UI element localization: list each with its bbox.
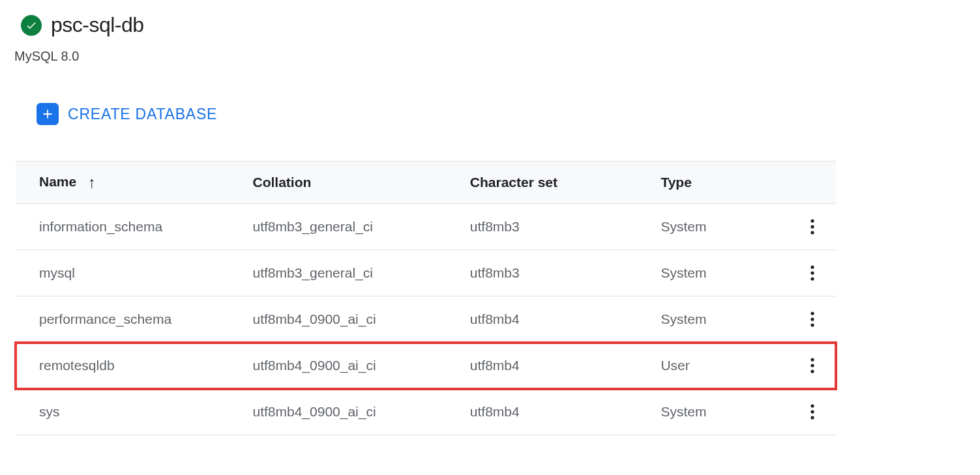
cell-charset: utf8mb4 <box>458 343 649 389</box>
svg-point-5 <box>810 277 814 280</box>
table-row: information_schemautf8mb3_general_ciutf8… <box>16 204 836 250</box>
cell-actions <box>790 389 836 435</box>
cell-charset: utf8mb3 <box>458 204 649 250</box>
cell-actions <box>790 296 836 343</box>
column-header-name[interactable]: Name ↑ <box>16 162 241 204</box>
svg-point-13 <box>810 410 814 413</box>
svg-point-11 <box>810 369 814 373</box>
more-actions-button[interactable] <box>801 401 824 423</box>
cell-charset: utf8mb4 <box>458 389 649 435</box>
column-header-collation[interactable]: Collation <box>241 162 458 204</box>
cell-collation: utf8mb4_0900_ai_ci <box>241 343 458 389</box>
instance-version: MySQL 8.0 <box>14 49 967 64</box>
table-row: sysutf8mb4_0900_ai_ciutf8mb4System <box>16 389 836 435</box>
more-vert-icon <box>810 265 814 281</box>
cell-actions <box>790 204 836 250</box>
cell-type: System <box>649 250 789 296</box>
svg-point-7 <box>810 317 814 321</box>
cell-charset: utf8mb3 <box>458 250 649 296</box>
svg-point-6 <box>810 311 814 315</box>
more-actions-button[interactable] <box>801 262 824 284</box>
more-actions-button[interactable] <box>801 354 824 377</box>
databases-table-container: Name ↑ Collation Character set Type info… <box>16 161 836 435</box>
cell-name: performance_schema <box>16 296 241 343</box>
instance-title: psc-sql-db <box>51 13 144 37</box>
svg-point-8 <box>810 323 814 326</box>
svg-point-1 <box>810 225 814 228</box>
svg-point-4 <box>810 271 814 274</box>
more-actions-button[interactable] <box>801 308 824 330</box>
sort-asc-icon: ↑ <box>88 173 96 192</box>
plus-icon <box>37 103 59 125</box>
cell-name: remotesqldb <box>16 343 241 389</box>
cell-collation: utf8mb3_general_ci <box>241 250 458 296</box>
cell-collation: utf8mb4_0900_ai_ci <box>241 296 458 343</box>
more-vert-icon <box>810 358 814 373</box>
status-ok-icon <box>21 15 42 36</box>
cell-actions <box>790 343 836 389</box>
column-header-charset[interactable]: Character set <box>458 162 649 204</box>
column-header-name-label: Name <box>39 174 76 189</box>
svg-point-10 <box>810 364 814 367</box>
svg-point-0 <box>810 219 814 222</box>
svg-point-12 <box>810 404 814 407</box>
svg-point-3 <box>810 265 814 268</box>
svg-point-2 <box>810 231 814 234</box>
cell-type: System <box>649 296 789 343</box>
cell-collation: utf8mb4_0900_ai_ci <box>241 389 458 435</box>
column-header-actions <box>790 162 836 204</box>
cell-name: information_schema <box>16 204 241 250</box>
svg-point-14 <box>810 416 814 419</box>
create-database-label: CREATE DATABASE <box>68 106 217 123</box>
cell-type: User <box>649 343 789 389</box>
more-vert-icon <box>810 311 814 327</box>
table-row: mysqlutf8mb3_general_ciutf8mb3System <box>16 250 836 296</box>
cell-name: mysql <box>16 250 241 296</box>
more-vert-icon <box>810 219 814 235</box>
cell-name: sys <box>16 389 241 435</box>
cell-collation: utf8mb3_general_ci <box>241 204 458 250</box>
cell-charset: utf8mb4 <box>458 296 649 343</box>
more-actions-button[interactable] <box>801 216 824 238</box>
more-vert-icon <box>810 404 814 420</box>
table-row: remotesqldbutf8mb4_0900_ai_ciutf8mb4User <box>16 343 836 389</box>
svg-point-9 <box>810 358 814 361</box>
cell-actions <box>790 250 836 296</box>
instance-header: psc-sql-db <box>21 13 967 37</box>
table-header-row: Name ↑ Collation Character set Type <box>16 162 836 204</box>
create-database-button[interactable]: CREATE DATABASE <box>37 103 217 125</box>
cell-type: System <box>649 204 789 250</box>
column-header-type[interactable]: Type <box>649 162 789 204</box>
table-row: performance_schemautf8mb4_0900_ai_ciutf8… <box>16 296 836 343</box>
databases-table: Name ↑ Collation Character set Type info… <box>16 161 836 435</box>
cell-type: System <box>649 389 789 435</box>
